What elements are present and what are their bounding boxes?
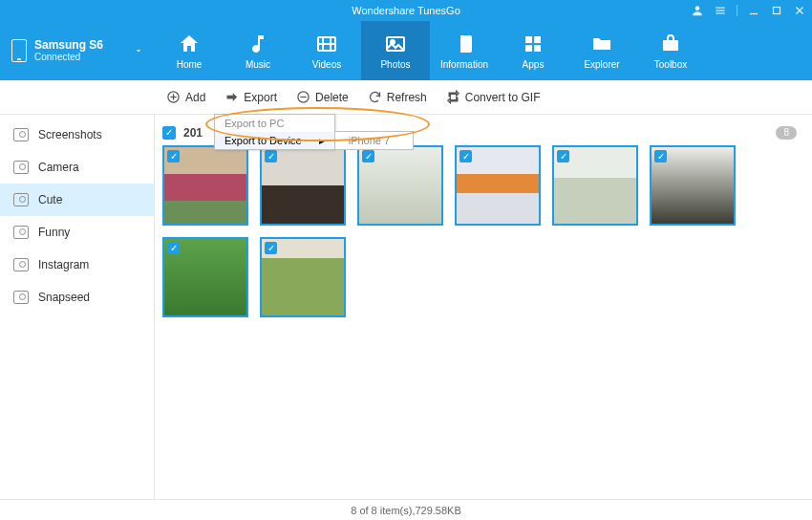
convert-gif-button[interactable]: Convert to GIF [446, 90, 541, 104]
sidebar: Screenshots Camera Cute Funny Instagram … [0, 115, 155, 499]
tab-label: Music [246, 59, 270, 70]
tab-label: Toolbox [654, 59, 687, 70]
export-to-device-item[interactable]: Export to Device ▸ [215, 132, 334, 149]
thumbnail-checkbox[interactable] [167, 150, 180, 162]
photo-thumbnail[interactable] [455, 145, 541, 226]
delete-button[interactable]: Delete [296, 90, 349, 104]
sidebar-item-label: Screenshots [38, 128, 102, 141]
sidebar-item-instagram[interactable]: Instagram [0, 249, 154, 281]
svg-rect-17 [534, 36, 541, 43]
status-text: 8 of 8 item(s),729.58KB [351, 505, 461, 516]
photo-thumbnail[interactable] [650, 145, 736, 226]
tab-label: Videos [312, 59, 341, 70]
tab-home[interactable]: Home [155, 21, 224, 80]
thumbnail-checkbox[interactable] [557, 150, 569, 162]
album-icon [13, 161, 29, 174]
app-title: Wondershare TunesGo [352, 5, 460, 16]
phone-icon [11, 39, 27, 62]
group-year-label: 201 [183, 126, 203, 140]
chevron-right-icon: ▸ [319, 135, 325, 147]
titlebar: Wondershare TunesGo [0, 0, 812, 21]
tab-label: Information [440, 59, 488, 70]
chevron-down-icon [134, 42, 143, 59]
thumbnail-checkbox[interactable] [265, 242, 277, 254]
separator [737, 5, 737, 16]
tab-label: Apps [523, 59, 545, 70]
tab-toolbox[interactable]: Toolbox [636, 21, 705, 80]
device-picker[interactable]: Samsung S6 Connected [0, 21, 155, 80]
header: Samsung S6 Connected Home Music Videos P… [0, 21, 812, 80]
tab-label: Home [177, 59, 203, 70]
device-status: Connected [34, 52, 103, 62]
button-label: Export [244, 91, 277, 104]
sidebar-item-label: Funny [38, 226, 70, 239]
svg-point-0 [695, 6, 700, 11]
refresh-button[interactable]: Refresh [368, 90, 427, 104]
sidebar-item-label: Instagram [38, 258, 89, 271]
thumbnail-checkbox[interactable] [459, 150, 472, 162]
maximize-button[interactable] [770, 4, 783, 17]
sidebar-item-funny[interactable]: Funny [0, 216, 154, 249]
tab-photos[interactable]: Photos [361, 21, 430, 80]
sidebar-item-snapseed[interactable]: Snapseed [0, 281, 154, 314]
svg-rect-20 [663, 40, 678, 51]
minimize-button[interactable] [747, 4, 760, 17]
album-icon [13, 291, 29, 304]
sidebar-item-label: Cute [38, 193, 62, 206]
user-icon[interactable] [691, 4, 704, 17]
album-icon [13, 193, 29, 206]
statusbar: 8 of 8 item(s),729.58KB [0, 499, 812, 520]
export-submenu: iPhone 7 [334, 131, 414, 150]
titlebar-controls [691, 0, 806, 21]
sidebar-item-label: Snapseed [38, 291, 90, 304]
thumbnail-checkbox[interactable] [362, 150, 374, 162]
menu-item-label: iPhone 7 [349, 135, 390, 146]
thumbnail-checkbox[interactable] [265, 150, 277, 162]
svg-rect-5 [774, 8, 780, 14]
button-label: Convert to GIF [465, 91, 541, 104]
svg-rect-18 [525, 45, 532, 52]
thumbnail-checkbox[interactable] [654, 150, 667, 162]
photo-thumbnail[interactable] [552, 145, 638, 226]
menu-icon[interactable] [714, 4, 727, 17]
album-icon [13, 258, 29, 271]
photo-thumbnail[interactable] [162, 237, 248, 317]
menu-item-label: Export to PC [224, 118, 284, 129]
add-button[interactable]: Add [166, 90, 205, 104]
album-icon [13, 128, 29, 141]
sidebar-item-camera[interactable]: Camera [0, 151, 154, 184]
content: 201 8 [155, 115, 812, 499]
body: Screenshots Camera Cute Funny Instagram … [0, 115, 812, 499]
tab-explorer[interactable]: Explorer [567, 21, 636, 80]
sidebar-item-label: Camera [38, 161, 79, 174]
svg-rect-16 [525, 36, 532, 43]
photo-thumbnail[interactable] [357, 145, 443, 226]
sidebar-item-cute[interactable]: Cute [0, 184, 154, 216]
export-to-pc-item[interactable]: Export to PC [215, 115, 334, 132]
select-all-checkbox[interactable] [162, 126, 176, 140]
photo-thumbnail[interactable] [162, 145, 248, 226]
album-icon [13, 226, 29, 239]
tab-label: Photos [380, 59, 410, 70]
button-label: Delete [315, 91, 349, 104]
tab-music[interactable]: Music [224, 21, 292, 80]
close-button[interactable] [793, 4, 806, 17]
group-count-badge: 8 [776, 126, 797, 140]
export-menu: Export to PC Export to Device ▸ iPhone 7 [214, 114, 335, 150]
button-label: Refresh [387, 91, 427, 104]
tab-videos[interactable]: Videos [292, 21, 361, 80]
photo-thumbnail[interactable] [260, 237, 346, 317]
nav-tabs: Home Music Videos Photos Information App… [155, 21, 812, 80]
thumbnail-checkbox[interactable] [167, 242, 180, 254]
svg-rect-15 [457, 35, 460, 53]
sidebar-item-screenshots[interactable]: Screenshots [0, 119, 154, 151]
button-label: Add [185, 91, 205, 104]
toolbar: Add Export Delete Refresh Convert to GIF [0, 80, 812, 115]
export-button[interactable]: Export [224, 90, 277, 104]
tab-apps[interactable]: Apps [499, 21, 567, 80]
export-target-device-item[interactable]: iPhone 7 [335, 132, 413, 149]
tab-information[interactable]: Information [430, 21, 499, 80]
photo-thumbnail[interactable] [260, 145, 346, 226]
menu-item-label: Export to Device [224, 135, 302, 146]
svg-rect-19 [534, 45, 541, 52]
